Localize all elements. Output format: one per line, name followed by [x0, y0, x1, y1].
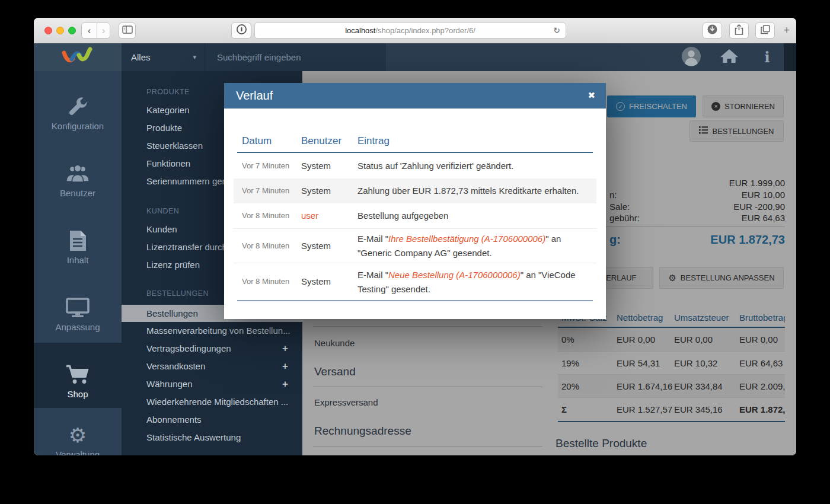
menu-section-title: PRODUKTE [146, 88, 190, 98]
back-button[interactable]: ‹ [81, 23, 97, 39]
navbar-edge [784, 43, 796, 71]
gear-icon: ⚙ [34, 423, 122, 447]
sidebar-item-label: Anpassung [34, 322, 122, 332]
history-bottom-rule [237, 300, 593, 301]
plus-icon[interactable]: + [282, 375, 288, 393]
close-icon[interactable]: ✖ [588, 83, 595, 109]
history-header-rule [237, 152, 593, 153]
email-link[interactable]: Ihre Bestellbestätigung (A-1706000006) [388, 234, 545, 244]
sidebar-item-label: Inhalt [34, 255, 122, 265]
menu-section-title: KUNDEN [146, 207, 179, 218]
sidebar-item-konfiguration[interactable]: Konfiguration [34, 79, 122, 146]
sidebar-item-shop[interactable]: Shop [34, 347, 122, 414]
woltlab-logo-icon [60, 46, 95, 69]
main-sidebar: Konfiguration Benutzer Inhalt [34, 71, 122, 455]
user-link[interactable]: user [301, 203, 318, 228]
menu-item-vertragsbedingungen[interactable]: Vertragsbedingungen+ [122, 340, 302, 358]
sidebar-item-benutzer[interactable]: Benutzer [34, 146, 122, 213]
sidebar-toggle-icon [122, 25, 133, 36]
tab-overview-button[interactable] [755, 23, 775, 39]
menu-item-statistische-auswertung[interactable]: Statistische Auswertung [122, 429, 302, 446]
sidebar-item-anpassung[interactable]: Anpassung [34, 280, 122, 347]
home-icon [720, 48, 739, 66]
history-col-eintrag: Eintrag [357, 132, 390, 150]
verlauf-dialog: Verlauf ✖ Datum Benutzer Eintrag Vor 7 M… [224, 83, 606, 319]
plus-icon[interactable]: + [282, 358, 288, 375]
url-bar[interactable]: localhost/shop/acp/index.php?order/6/ ↻ [254, 23, 566, 39]
screen: ‹ › localhost/shop/acp/index.php?order/6… [0, 0, 830, 504]
minimize-window-button[interactable] [56, 27, 64, 34]
sidebar-item-label: Shop [34, 389, 122, 399]
info-icon: i [764, 49, 770, 66]
chevron-down-icon: ▾ [193, 53, 196, 61]
document-icon [34, 229, 122, 253]
acp-navbar: Alles ▾ i [34, 43, 796, 71]
history-row: Vor 8 Minuten System E-Mail "Ihre Bestel… [234, 228, 596, 263]
history-row: Vor 7 Minuten System Zahlung über EUR 1.… [234, 178, 596, 203]
new-tab-button[interactable]: + [780, 23, 794, 39]
dialog-header: Verlauf ✖ [224, 83, 606, 109]
one-password-icon [236, 24, 247, 37]
url-path: /shop/acp/index.php?order/6/ [375, 26, 475, 35]
zoom-window-button[interactable] [68, 27, 76, 34]
search-input[interactable] [205, 43, 386, 71]
downloads-button[interactable] [703, 23, 722, 39]
history-row: Vor 8 Minuten System E-Mail "Neue Bestel… [234, 263, 596, 301]
menu-item-versandkosten[interactable]: Versandkosten+ [122, 358, 302, 375]
sidebar-item-label: Benutzer [34, 188, 122, 198]
menu-item-massenverarbeitung[interactable]: Massenverarbeitung von Bestellun... [122, 322, 302, 340]
menu-item-wiederkehrende[interactable]: Wiederkehrende Mitgliedschaften ... [122, 393, 302, 411]
search-scope-value: Alles [131, 52, 151, 62]
sidebar-item-inhalt[interactable]: Inhalt [34, 213, 122, 280]
forward-icon: › [102, 25, 106, 37]
tabs-icon [761, 25, 770, 37]
wrench-icon [34, 95, 122, 119]
history-col-benutzer: Benutzer [301, 132, 341, 150]
history-row: Vor 8 Minuten user Bestellung aufgegeben [234, 203, 596, 228]
home-button[interactable] [717, 43, 742, 71]
url-host: localhost [345, 26, 375, 35]
back-icon: ‹ [88, 25, 91, 37]
sidebar-toggle-button[interactable] [119, 23, 136, 39]
dialog-title: Verlauf [236, 83, 273, 109]
avatar [681, 46, 701, 69]
menu-item-waehrungen[interactable]: Währungen+ [122, 375, 302, 393]
sidebar-item-verwaltung[interactable]: ⚙ Verwaltung [34, 408, 122, 455]
reload-icon[interactable]: ↻ [553, 25, 560, 35]
acp-search [205, 43, 386, 71]
user-menu-button[interactable] [679, 43, 704, 71]
menu-item-abonnements[interactable]: Abonnements [122, 411, 302, 429]
history-col-datum: Datum [242, 132, 272, 150]
acp-logo[interactable] [34, 43, 122, 71]
forward-button[interactable]: › [97, 23, 110, 39]
cart-icon [34, 363, 122, 387]
info-button[interactable]: i [755, 43, 780, 71]
email-link[interactable]: Neue Bestellung (A-1706000006) [388, 270, 521, 280]
download-icon [707, 24, 717, 37]
users-icon [34, 162, 122, 186]
search-scope-dropdown[interactable]: Alles ▾ [122, 43, 205, 71]
history-row: Vor 7 Minuten System Status auf 'Zahlung… [234, 154, 596, 178]
sidebar-item-label: Verwaltung [34, 449, 122, 455]
share-button[interactable] [729, 23, 749, 39]
password-extension-button[interactable] [231, 23, 251, 39]
sidebar-item-label: Konfiguration [34, 121, 122, 131]
close-window-button[interactable] [44, 27, 52, 34]
plus-icon: + [784, 24, 790, 37]
plus-icon[interactable]: + [282, 340, 288, 358]
browser-titlebar: ‹ › localhost/shop/acp/index.php?order/6… [34, 18, 796, 44]
monitor-icon [34, 296, 122, 320]
menu-section-title: BESTELLUNGEN [146, 289, 209, 300]
share-icon [735, 24, 743, 37]
